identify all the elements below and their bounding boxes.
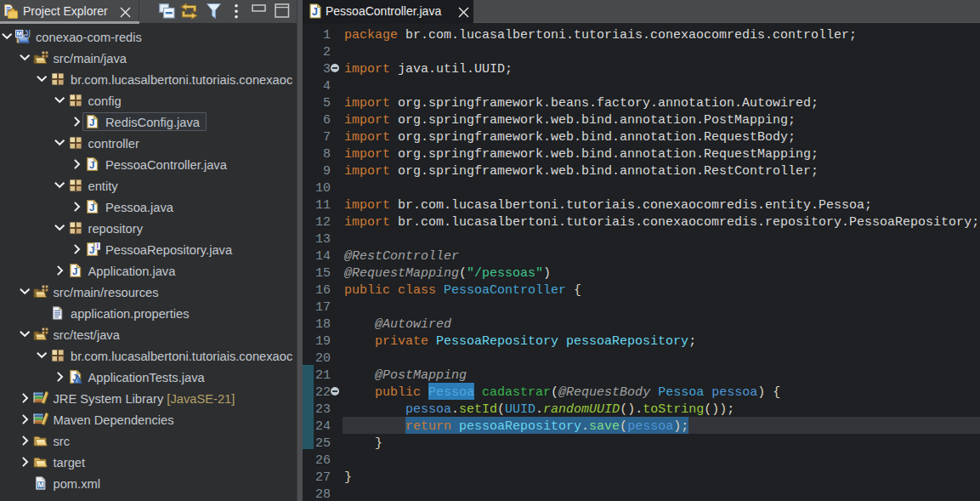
svg-text:J: J [312, 6, 318, 18]
svg-text:J: J [89, 117, 94, 128]
svg-text:M: M [37, 481, 44, 489]
svg-text:J: J [71, 266, 76, 276]
svg-text:J: J [89, 202, 94, 213]
svg-text:J: J [89, 245, 94, 255]
svg-text:J: J [89, 160, 94, 170]
svg-text:I: I [96, 242, 98, 250]
svg-text:J: J [24, 30, 30, 40]
svg-text:M: M [16, 30, 21, 37]
